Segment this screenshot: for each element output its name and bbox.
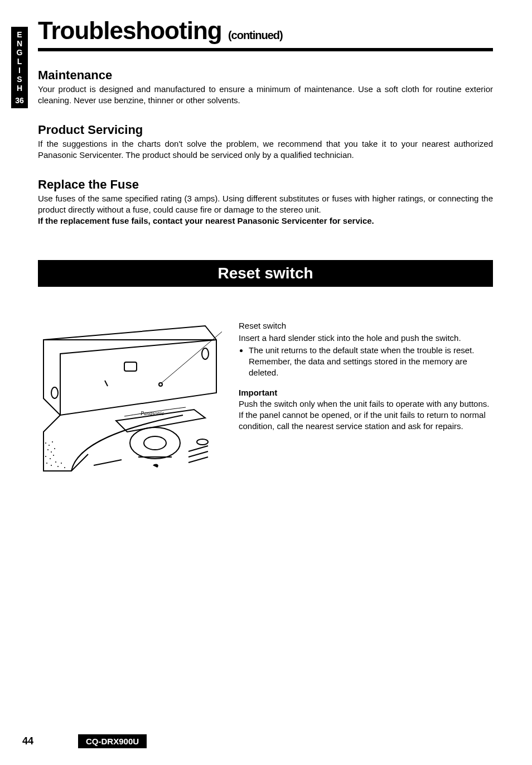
- svg-point-0: [51, 387, 58, 398]
- svg-point-8: [49, 445, 50, 446]
- svg-point-21: [64, 467, 65, 468]
- reset-switch-bar: Reset switch: [38, 260, 493, 287]
- page-content: Troubleshooting (continued) Maintenance …: [38, 17, 493, 477]
- important-line2: If the panel cannot be opened, or if the…: [239, 410, 493, 432]
- device-illustration-icon: Panasonic: [38, 320, 222, 477]
- svg-point-11: [51, 451, 52, 453]
- svg-point-10: [47, 449, 49, 450]
- fuse-heading: Replace the Fuse: [38, 177, 493, 192]
- svg-point-14: [50, 458, 51, 459]
- svg-point-9: [52, 441, 53, 442]
- svg-point-20: [61, 463, 62, 464]
- svg-point-17: [51, 465, 52, 466]
- svg-point-16: [46, 463, 47, 464]
- language-tab: ENGLISH 36: [11, 27, 28, 108]
- reset-intro: Insert a hard slender stick into the hol…: [239, 333, 493, 344]
- title-main: Troubleshooting: [38, 17, 222, 44]
- reset-label: Reset switch: [239, 320, 493, 331]
- fuse-body: Use fuses of the same specified rating (…: [38, 193, 493, 215]
- maintenance-heading: Maintenance: [38, 68, 493, 83]
- model-badge: CQ-DRX900U: [78, 734, 147, 748]
- title-rule: [38, 48, 493, 51]
- svg-point-19: [57, 466, 59, 467]
- svg-point-4: [130, 427, 180, 459]
- page-title: Troubleshooting (continued): [38, 17, 493, 45]
- reset-text-block: Reset switch Insert a hard slender stick…: [239, 320, 493, 432]
- svg-point-13: [45, 456, 46, 457]
- svg-point-3: [159, 383, 162, 386]
- section-number: 36: [11, 96, 28, 105]
- page-number: 44: [22, 735, 33, 747]
- reset-diagram: Panasonic: [38, 320, 222, 477]
- fuse-bold: If the replacement fuse fails, contact y…: [38, 215, 493, 227]
- maintenance-body: Your product is designed and manufacture…: [38, 84, 493, 106]
- reset-bullet: The unit returns to the default state wh…: [249, 345, 493, 378]
- svg-point-18: [55, 461, 56, 463]
- important-heading: Important: [239, 387, 493, 398]
- servicing-heading: Product Servicing: [38, 123, 493, 137]
- svg-point-1: [202, 348, 209, 359]
- svg-rect-2: [124, 362, 137, 371]
- svg-point-5: [144, 436, 166, 450]
- svg-point-6: [197, 439, 208, 445]
- language-label: ENGLISH: [11, 30, 28, 93]
- svg-point-12: [54, 448, 55, 449]
- reset-row: Panasonic Reset switch Insert a hard sle…: [38, 320, 493, 477]
- svg-point-7: [45, 442, 46, 444]
- svg-point-15: [53, 455, 54, 456]
- brand-label: Panasonic: [140, 410, 165, 416]
- servicing-body: If the suggestions in the charts don't s…: [38, 138, 493, 161]
- title-continued: (continued): [228, 29, 283, 41]
- page-footer: 44 CQ-DRX900U: [22, 734, 493, 748]
- important-line1: Push the switch only when the unit fails…: [239, 398, 493, 410]
